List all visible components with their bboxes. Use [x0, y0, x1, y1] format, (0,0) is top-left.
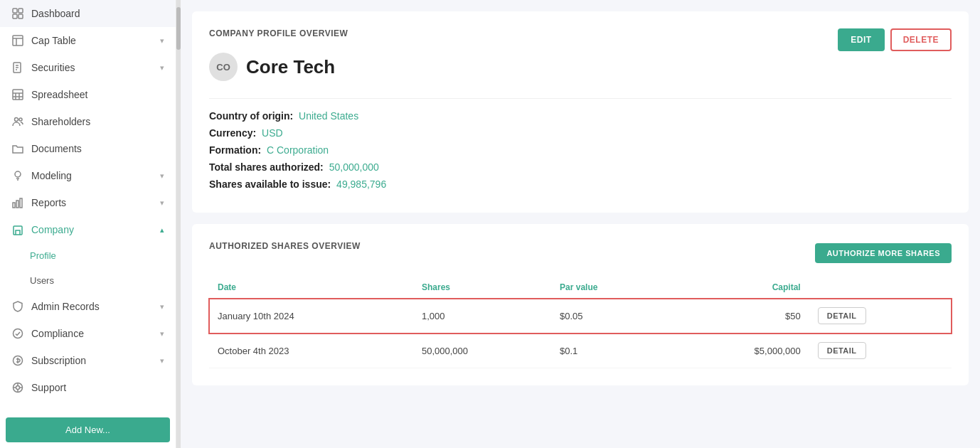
authorize-more-shares-button[interactable]: AUTHORIZE MORE SHARES: [815, 243, 952, 263]
table-row: October 4th 2023 50,000,000 $0.1 $5,000,…: [209, 334, 952, 368]
chevron-down-icon: ▾: [160, 171, 164, 181]
col-header-date: Date: [209, 277, 413, 299]
sidebar-item-label: Modeling: [31, 170, 153, 181]
sidebar-item-label: Admin Records: [31, 301, 153, 312]
svg-rect-3: [18, 14, 23, 18]
row-date: October 4th 2023: [209, 334, 413, 368]
col-header-par-value: Par value: [551, 277, 671, 299]
add-new-button[interactable]: Add New...: [6, 417, 170, 442]
sidebar-item-securities[interactable]: Securities ▾: [0, 54, 176, 81]
field-label: Total shares authorized:: [209, 161, 324, 173]
building-icon: [11, 223, 24, 236]
sidebar-item-label: Cap Table: [31, 35, 153, 46]
sidebar-item-users[interactable]: Users: [0, 268, 176, 293]
chevron-down-icon: ▾: [160, 36, 164, 46]
document-icon: [11, 61, 24, 74]
row-shares: 50,000,000: [413, 334, 551, 368]
row-capital: $5,000,000: [671, 334, 809, 368]
authorized-shares-card: AUTHORIZED SHARES OVERVIEW AUTHORIZE MOR…: [192, 224, 969, 385]
sidebar-item-label: Company: [31, 224, 153, 235]
table-row: January 10th 2024 1,000 $0.05 $50 DETAIL: [209, 299, 952, 334]
info-row-country: Country of origin: United States: [209, 110, 952, 122]
svg-point-17: [19, 118, 22, 121]
authorized-shares-table: Date Shares Par value Capital January 10…: [209, 277, 952, 368]
row-par-value: $0.05: [551, 299, 671, 334]
company-profile-title: COMPANY PROFILE OVERVIEW: [209, 28, 348, 38]
row-par-value: $0.1: [551, 334, 671, 368]
sidebar-item-reports[interactable]: Reports ▾: [0, 189, 176, 216]
sidebar-item-label: Dashboard: [31, 8, 164, 19]
company-name: Core Tech: [246, 56, 335, 78]
row-detail-cell: DETAIL: [809, 334, 952, 368]
sidebar-item-cap-table[interactable]: Cap Table ▾: [0, 27, 176, 54]
authorized-shares-title: AUTHORIZED SHARES OVERVIEW: [209, 241, 361, 251]
sidebar-item-label: Shareholders: [31, 116, 164, 127]
sidebar-item-compliance[interactable]: Compliance ▾: [0, 320, 176, 347]
sidebar-item-label: Documents: [31, 143, 164, 154]
sidebar-item-label: Compliance: [31, 328, 153, 339]
chevron-up-icon: ▴: [160, 225, 164, 235]
svg-rect-11: [13, 90, 23, 100]
table-card-header: AUTHORIZED SHARES OVERVIEW AUTHORIZE MOR…: [209, 241, 952, 265]
field-label: Country of origin:: [209, 110, 293, 122]
sidebar-item-documents[interactable]: Documents: [0, 135, 176, 162]
main-content: COMPANY PROFILE OVERVIEW EDIT DELETE CO …: [181, 0, 980, 448]
sidebar-item-spreadsheet[interactable]: Spreadsheet: [0, 81, 176, 108]
svg-point-30: [16, 386, 20, 390]
scroll-thumb[interactable]: [176, 7, 181, 50]
svg-rect-21: [20, 198, 22, 208]
spreadsheet-icon: [11, 88, 24, 101]
row-date: January 10th 2024: [209, 299, 413, 334]
sidebar-item-shareholders[interactable]: Shareholders: [0, 108, 176, 135]
check-circle-icon: [11, 327, 24, 340]
chevron-down-icon: ▾: [160, 329, 164, 338]
grid-icon: [11, 7, 24, 20]
sidebar-item-label: Spreadsheet: [31, 89, 164, 100]
sidebar-item-profile[interactable]: Profile: [0, 243, 176, 268]
col-header-actions: [809, 277, 952, 299]
sidebar-item-dashboard[interactable]: Dashboard: [0, 0, 176, 27]
sidebar-bottom: Add New...: [0, 412, 176, 448]
svg-rect-0: [13, 9, 17, 13]
sidebar-item-label: Profile: [30, 250, 164, 261]
sidebar: Dashboard Cap Table ▾ Securities ▾: [0, 0, 176, 448]
sidebar-item-label: Reports: [31, 197, 153, 208]
svg-point-26: [14, 329, 23, 338]
col-header-shares: Shares: [413, 277, 551, 299]
sidebar-item-company[interactable]: Company ▴: [0, 216, 176, 243]
info-row-currency: Currency: USD: [209, 127, 952, 139]
col-header-capital: Capital: [671, 277, 809, 299]
sidebar-item-label: Support: [31, 382, 164, 393]
edit-button[interactable]: EDIT: [838, 28, 884, 51]
svg-rect-4: [13, 36, 23, 46]
sidebar-item-label: Users: [30, 275, 164, 286]
sidebar-item-modeling[interactable]: Modeling ▾: [0, 162, 176, 189]
row-capital: $50: [671, 299, 809, 334]
scroll-indicator: [176, 0, 181, 448]
sidebar-item-admin-records[interactable]: Admin Records ▾: [0, 293, 176, 320]
info-row-formation: Formation: C Corporation: [209, 144, 952, 156]
row-shares: 1,000: [413, 299, 551, 334]
field-label: Currency:: [209, 127, 256, 139]
table-icon: [11, 34, 24, 47]
bulb-icon: [11, 169, 24, 182]
chevron-down-icon: ▾: [160, 63, 164, 73]
dollar-icon: [11, 354, 24, 367]
people-icon: [11, 115, 24, 128]
chevron-down-icon: ▾: [160, 198, 164, 208]
detail-button[interactable]: DETAIL: [818, 342, 866, 359]
shield-icon: [11, 300, 24, 313]
folder-icon: [11, 142, 24, 155]
company-profile-card: COMPANY PROFILE OVERVIEW EDIT DELETE CO …: [192, 11, 969, 213]
field-value: United States: [299, 110, 358, 122]
sidebar-item-support[interactable]: Support: [0, 374, 176, 401]
divider: [209, 98, 952, 99]
sidebar-item-label: Securities: [31, 62, 153, 73]
chevron-down-icon: ▾: [160, 356, 164, 366]
chart-icon: [11, 196, 24, 209]
sidebar-item-subscription[interactable]: Subscription ▾: [0, 347, 176, 374]
field-label: Shares available to issue:: [209, 178, 331, 190]
detail-button[interactable]: DETAIL: [818, 307, 866, 324]
svg-rect-2: [13, 14, 17, 18]
delete-button[interactable]: DELETE: [890, 28, 952, 51]
